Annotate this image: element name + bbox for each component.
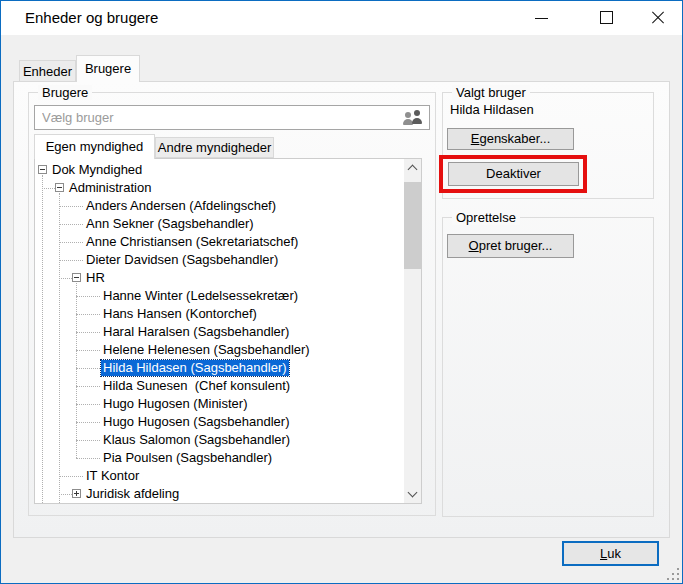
maximize-button[interactable]: [584, 1, 630, 34]
collapse-icon[interactable]: [38, 165, 47, 174]
tree-item[interactable]: Hilda Hildasen (Sagsbehandler): [35, 359, 404, 377]
title-bar: Enheder og brugere: [1, 1, 682, 35]
tree-item-label: Ann Sekner (Sagsbehandler): [86, 216, 254, 232]
minimize-icon: [535, 18, 548, 19]
window-title: Enheder og brugere: [25, 1, 158, 34]
dialog-window: Enheder og brugere Enheder Brugere Bruge…: [0, 0, 683, 584]
deaktiver-button[interactable]: Deaktiver: [448, 162, 579, 186]
chevron-down-icon: [408, 488, 418, 498]
tree-item-label: Anders Andersen (Afdelingschef): [86, 198, 276, 214]
expand-icon[interactable]: [72, 489, 81, 498]
tree-item-label: Hans Hansen (Kontorchef): [103, 306, 257, 322]
tree-item[interactable]: Hilda Sunesen (Chef konsulent): [35, 377, 404, 395]
tree-item[interactable]: HR: [35, 269, 404, 287]
tree-item-label: Dieter Davidsen (Sagsbehandler): [86, 252, 278, 268]
scroll-down-button[interactable]: [404, 486, 421, 503]
tree-item[interactable]: Juridisk afdeling: [35, 485, 404, 503]
scrollbar[interactable]: [404, 159, 421, 503]
collapse-icon[interactable]: [72, 273, 81, 282]
tree-item-label: Hilda Sunesen (Chef konsulent): [103, 378, 290, 394]
oprettelse-groupbox: Oprettelse: [442, 217, 654, 517]
tree-item-label: Hanne Winter (Ledelsessekretær): [103, 288, 298, 304]
brugere-group-label: Brugere: [38, 85, 92, 100]
tree-item[interactable]: Hans Hansen (Kontorchef): [35, 305, 404, 323]
oprettelse-group-label: Oprettelse: [452, 210, 520, 225]
tree-item[interactable]: Hugo Hugosen (Sagsbehandler): [35, 413, 404, 431]
selected-user-name: Hilda Hildasen: [450, 102, 534, 117]
tree-item[interactable]: Helene Helenesen (Sagsbehandler): [35, 341, 404, 359]
resize-grip[interactable]: [667, 568, 681, 582]
subtab-egen-myndighed[interactable]: Egen myndighed: [34, 134, 155, 159]
tab-enheder[interactable]: Enheder: [19, 60, 76, 82]
opret-bruger-button[interactable]: Opret bruger...: [447, 234, 574, 258]
tree-item[interactable]: Dok Myndighed: [35, 161, 404, 179]
tree-item[interactable]: Anne Christiansen (Sekretariatschef): [35, 233, 404, 251]
egenskaber-button[interactable]: Egenskaber...: [447, 128, 574, 150]
tree-item[interactable]: Klaus Salomon (Sagsbehandler): [35, 431, 404, 449]
subtab-andre-myndigheder[interactable]: Andre myndigheder: [155, 137, 274, 158]
tree-item-label: Pia Poulsen (Sagsbehandler): [103, 450, 272, 466]
maximize-icon: [600, 11, 613, 24]
tab-brugere[interactable]: Brugere: [76, 55, 140, 82]
tree-item-label: Administration: [69, 180, 151, 196]
close-button[interactable]: [635, 1, 681, 34]
scroll-up-button[interactable]: [404, 159, 421, 176]
chevron-up-icon: [408, 165, 418, 175]
tree-item-label: Haral Haralsen (Sagsbehandler): [103, 324, 289, 340]
tree-item[interactable]: Haral Haralsen (Sagsbehandler): [35, 323, 404, 341]
valgt-bruger-group-label: Valgt bruger: [452, 85, 530, 100]
tree-item-label: Hilda Hildasen (Sagsbehandler): [101, 360, 289, 376]
tree-item-label: Hugo Hugosen (Sagsbehandler): [103, 414, 289, 430]
tree-item[interactable]: Anders Andersen (Afdelingschef): [35, 197, 404, 215]
tree-item[interactable]: Administration: [35, 179, 404, 197]
collapse-icon[interactable]: [55, 183, 64, 192]
tree-item[interactable]: Hugo Hugosen (Minister): [35, 395, 404, 413]
tree-item[interactable]: Ann Sekner (Sagsbehandler): [35, 215, 404, 233]
tree-item-label: Juridisk afdeling: [86, 486, 179, 502]
tree-item-label: IT Kontor: [86, 468, 139, 484]
tree-item-label: Hugo Hugosen (Minister): [103, 396, 248, 412]
luk-button[interactable]: Luk: [562, 541, 659, 566]
tree-item[interactable]: Dieter Davidsen (Sagsbehandler): [35, 251, 404, 269]
users-icon[interactable]: [403, 110, 425, 126]
search-input[interactable]: [34, 105, 430, 130]
tree-item-label: Klaus Salomon (Sagsbehandler): [103, 432, 290, 448]
minimize-button[interactable]: [518, 1, 564, 34]
scrollbar-thumb[interactable]: [404, 182, 421, 269]
tree: Dok MyndighedAdministrationAnders Anders…: [34, 158, 422, 504]
tree-item-label: Anne Christiansen (Sekretariatschef): [86, 234, 298, 250]
tree-item-label: Dok Myndighed: [52, 162, 142, 178]
tree-item[interactable]: Hanne Winter (Ledelsessekretær): [35, 287, 404, 305]
tree-item[interactable]: IT Kontor: [35, 467, 404, 485]
tree-item-label: Helene Helenesen (Sagsbehandler): [103, 342, 310, 358]
tree-item-label: HR: [86, 270, 105, 286]
tree-item[interactable]: Pia Poulsen (Sagsbehandler): [35, 449, 404, 467]
